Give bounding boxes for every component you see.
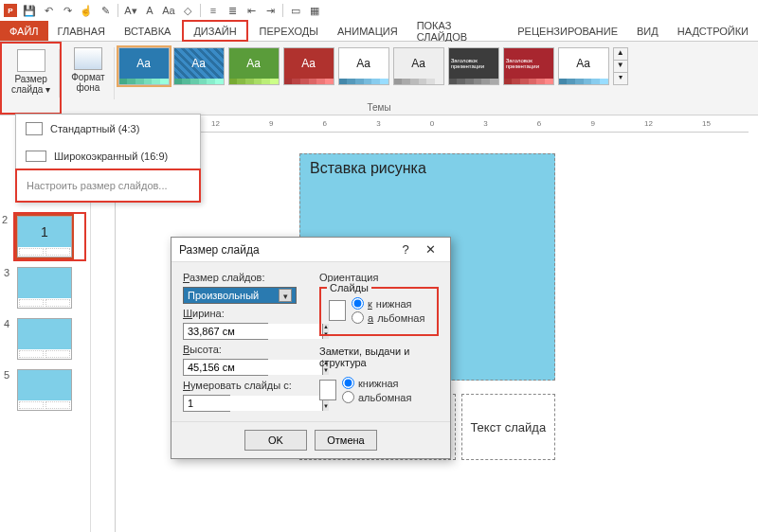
ribbon: Размер слайда ▾ Формат фона Aa Aa Aa Aa … xyxy=(0,42,758,115)
themes-caption: Темы xyxy=(367,102,390,113)
radio-portrait-slides[interactable]: книжная xyxy=(352,297,424,310)
clear-icon[interactable]: ◇ xyxy=(181,4,194,17)
table-icon[interactable]: ▦ xyxy=(308,4,321,17)
thumb-2-num: 2 xyxy=(2,214,8,225)
tab-design[interactable]: ДИЗАЙН xyxy=(182,20,247,42)
thumb-2[interactable]: 2 1 xyxy=(15,214,84,259)
theme-8[interactable]: Заголовок презентации xyxy=(503,47,554,85)
thumb-5[interactable]: 5 xyxy=(17,369,82,411)
text-placeholder[interactable]: Текст слайда xyxy=(461,394,556,460)
ok-button[interactable]: OK xyxy=(244,430,307,451)
undo-icon[interactable]: ↶ xyxy=(42,4,55,17)
ratio169-icon xyxy=(26,151,46,162)
bullets-icon[interactable]: ≡ xyxy=(207,4,220,17)
slide-size-label: Размер слайда ▾ xyxy=(11,74,50,95)
dd-wide-label: Широкоэкранный (16:9) xyxy=(54,151,168,162)
help-button[interactable]: ? xyxy=(393,242,418,257)
note-icon[interactable]: ▭ xyxy=(289,4,302,17)
thumb-4-num: 4 xyxy=(4,318,9,329)
number-label: Нумеровать слайды с: xyxy=(183,380,306,391)
format-bg-group: Формат фона xyxy=(62,42,115,115)
dialog-titlebar: Размер слайда ? ✕ xyxy=(171,238,450,262)
dd-standard-label: Стандартный (4:3) xyxy=(50,123,139,134)
slides-legend: Слайды xyxy=(327,282,371,293)
tab-view[interactable]: ВИД xyxy=(627,21,668,41)
themes-more-icon[interactable]: ▾ xyxy=(614,72,627,84)
themes-gallery: Aa Aa Aa Aa Aa Aa Заголовок презентации … xyxy=(115,42,758,115)
tab-addins[interactable]: НАДСТРОЙКИ xyxy=(668,21,758,41)
tab-slideshow[interactable]: ПОКАЗ СЛАЙДОВ xyxy=(407,21,509,41)
dd-wide[interactable]: Широкоэкранный (16:9) xyxy=(16,143,200,169)
chevron-down-icon[interactable]: ▾ xyxy=(279,289,292,302)
align-icon[interactable]: ⇤ xyxy=(244,4,258,17)
tab-review[interactable]: РЕЦЕНЗИРОВАНИЕ xyxy=(508,21,627,41)
theme-6[interactable]: Aa xyxy=(393,47,444,85)
numbering-icon[interactable]: ≣ xyxy=(226,4,239,17)
dd-custom-label: Настроить размер слайдов... xyxy=(27,180,168,191)
page-portrait-icon xyxy=(329,300,346,321)
powerpoint-icon: P xyxy=(4,4,17,17)
theme-9[interactable]: Aa xyxy=(558,47,609,85)
width-input[interactable]: ▲▼ xyxy=(183,323,268,340)
radio-landscape-slides[interactable]: альбомная xyxy=(352,311,424,324)
number-field[interactable] xyxy=(184,396,322,411)
quick-access-toolbar: P 💾 ↶ ↷ ☝ ✎ A▾ A Aa ◇ ≡ ≣ ⇤ ⇥ ▭ ▦ xyxy=(0,0,758,21)
font-icon[interactable]: A xyxy=(143,4,156,17)
theme-4[interactable]: Aa xyxy=(283,47,334,85)
close-button[interactable]: ✕ xyxy=(418,242,442,257)
thumb-5-num: 5 xyxy=(4,369,9,381)
case-icon[interactable]: Aa xyxy=(162,4,175,17)
theme-2[interactable]: Aa xyxy=(173,47,225,85)
themes-down-icon[interactable]: ▼ xyxy=(614,60,627,72)
themes-up-icon[interactable]: ▲ xyxy=(614,48,627,60)
dd-standard[interactable]: Стандартный (4:3) xyxy=(16,115,200,143)
tab-home[interactable]: ГЛАВНАЯ xyxy=(48,21,115,41)
font-dec-icon[interactable]: A▾ xyxy=(124,4,137,17)
number-input[interactable]: ▲▼ xyxy=(183,395,230,412)
cancel-button[interactable]: Отмена xyxy=(315,430,377,451)
tab-file[interactable]: ФАЙЛ xyxy=(0,21,48,41)
ribbon-tabs: ФАЙЛ ГЛАВНАЯ ВСТАВКА ДИЗАЙН ПЕРЕХОДЫ АНИ… xyxy=(0,21,758,42)
tab-transitions[interactable]: ПЕРЕХОДЫ xyxy=(250,21,328,41)
width-field[interactable] xyxy=(184,324,322,339)
radio-landscape-notes[interactable]: альбомная xyxy=(342,391,411,403)
dialog-footer: OK Отмена xyxy=(171,421,450,458)
size-value: Произвольный xyxy=(188,290,259,301)
thumb-4[interactable]: 4 xyxy=(17,318,82,360)
notes-label: Заметки, выдачи и структура xyxy=(319,346,439,368)
theme-3[interactable]: Aa xyxy=(228,47,280,85)
theme-7[interactable]: Заголовок презентации xyxy=(448,47,499,85)
thumb-3-num: 3 xyxy=(4,267,9,278)
pen-icon[interactable]: ✎ xyxy=(99,4,112,17)
height-field[interactable] xyxy=(184,360,322,375)
slide-size-dropdown: Стандартный (4:3) Широкоэкранный (16:9) … xyxy=(15,114,201,203)
format-bg-label: Формат фона xyxy=(71,72,105,93)
slide-size-group: Размер слайда ▾ xyxy=(0,42,62,115)
size-label: Размер слайдов: xyxy=(183,272,306,283)
slides-orientation-group: Слайды книжная альбомная xyxy=(319,287,439,336)
ruler-horizontal: 151296303691215 xyxy=(116,115,749,133)
radio-portrait-notes[interactable]: книжная xyxy=(342,377,411,389)
height-label: Высота: xyxy=(183,344,306,355)
slide-size-button[interactable]: Размер слайда ▾ xyxy=(8,47,54,97)
ratio43-icon xyxy=(26,122,43,135)
format-bg-button[interactable]: Формат фона xyxy=(67,45,109,95)
save-icon[interactable]: 💾 xyxy=(23,4,36,17)
slide-size-icon xyxy=(17,49,45,72)
tab-animation[interactable]: АНИМАЦИЯ xyxy=(328,21,407,41)
dialog-title: Размер слайда xyxy=(179,243,260,257)
link-icon[interactable]: ⇥ xyxy=(263,4,277,17)
theme-1[interactable]: Aa xyxy=(118,47,170,85)
theme-5[interactable]: Aa xyxy=(338,47,389,85)
thumb-3[interactable]: 3 xyxy=(17,267,82,309)
insert-image-placeholder: Вставка рисунка xyxy=(310,160,426,177)
dd-custom[interactable]: Настроить размер слайдов... xyxy=(15,168,201,203)
size-select[interactable]: Произвольный ▾ xyxy=(183,287,297,304)
touch-icon[interactable]: ☝ xyxy=(80,4,93,17)
width-label: Ширина: xyxy=(183,308,306,319)
redo-icon[interactable]: ↷ xyxy=(61,4,74,17)
format-bg-icon xyxy=(74,47,102,70)
page-portrait-icon xyxy=(319,380,336,400)
tab-insert[interactable]: ВСТАВКА xyxy=(115,21,180,41)
height-input[interactable]: ▲▼ xyxy=(183,359,268,376)
